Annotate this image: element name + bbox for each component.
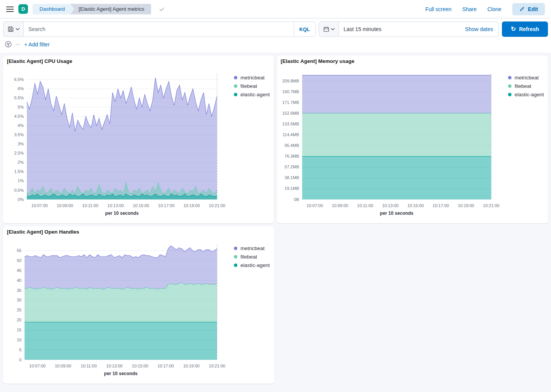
legend-item-metricbeat[interactable]: metricbeat — [234, 245, 270, 251]
legend-dot — [234, 76, 237, 79]
x-tick-label: 10:13:00 — [382, 203, 399, 208]
hamburger-icon — [6, 6, 14, 12]
chart-legend: metricbeatfilebeatelastic-agent — [234, 245, 270, 268]
y-tick-label: 133.5MB — [282, 122, 299, 126]
filter-divider — [16, 44, 20, 45]
x-tick-label: 10:13:00 — [107, 203, 124, 208]
y-tick-label: 20 — [17, 318, 21, 322]
memory-usage-chart[interactable]: 0B19.1MB38.1MB57.2MB76.3MB95.4MB114.4MB1… — [277, 67, 548, 223]
area-metricbeat — [302, 75, 491, 113]
legend-label: metricbeat — [240, 75, 265, 81]
top-header: D Dashboard [Elastic Agent] Agent metric… — [0, 0, 551, 18]
legend-item-filebeat[interactable]: filebeat — [234, 254, 270, 260]
legend-item-filebeat[interactable]: filebeat — [234, 83, 270, 89]
chart-legend: metricbeatfilebeatelastic-agent — [508, 75, 544, 97]
area-filebeat — [302, 113, 491, 156]
x-tick-label: 10:15:00 — [133, 203, 149, 208]
breadcrumb-dashboard[interactable]: Dashboard — [33, 4, 74, 15]
y-tick-label: 38.1MB — [285, 175, 299, 180]
edit-button[interactable]: Edit — [512, 3, 545, 15]
legend-label: filebeat — [240, 254, 257, 260]
y-tick-label: 2.5% — [14, 151, 24, 155]
y-tick-label: 57.2MB — [285, 165, 299, 169]
y-tick-label: 10 — [17, 338, 21, 342]
y-tick-label: 55 — [17, 248, 21, 253]
query-bar: KQL Last 15 minutes Show dates ↻ Refresh — [0, 18, 551, 40]
search-input[interactable] — [24, 22, 294, 36]
legend-dot — [508, 76, 512, 79]
y-tick-label: 0B — [294, 197, 299, 202]
y-tick-label: 171.7MB — [282, 100, 299, 105]
panel-title-cpu-usage[interactable]: [Elastic Agent] CPU Usage — [7, 58, 72, 64]
legend-item-metricbeat[interactable]: metricbeat — [508, 75, 544, 81]
legend-label: metricbeat — [515, 75, 539, 81]
refresh-button[interactable]: ↻ Refresh — [502, 21, 548, 37]
legend-item-elastic-agent[interactable]: elastic-agent — [508, 92, 544, 97]
x-axis-title: per 10 seconds — [105, 211, 139, 216]
y-tick-label: 50 — [17, 258, 21, 263]
time-range-label[interactable]: Last 15 minutes — [339, 26, 382, 32]
y-tick-label: 15 — [17, 328, 21, 332]
y-tick-label: 0.5% — [14, 188, 24, 193]
y-tick-label: 1% — [18, 178, 24, 183]
edit-button-label: Edit — [528, 6, 538, 12]
x-tick-label: 10:15:00 — [407, 203, 424, 208]
filter-icon[interactable] — [5, 41, 12, 48]
x-tick-label: 10:17:00 — [158, 203, 174, 208]
y-tick-label: 19.1MB — [285, 186, 299, 191]
show-dates-link[interactable]: Show dates — [465, 26, 498, 32]
y-tick-label: 4.5% — [14, 114, 24, 119]
y-tick-label: 2% — [18, 160, 24, 165]
saved-query-menu-button[interactable] — [3, 21, 24, 37]
x-tick-label: 10:11:00 — [82, 203, 98, 208]
chevron-down-icon — [16, 28, 20, 31]
legend-dot — [234, 93, 237, 96]
menu-button[interactable] — [6, 6, 14, 12]
x-tick-label: 10:09:00 — [57, 203, 73, 208]
panel-title-memory-usage[interactable]: [Elastic Agent] Memory usage — [281, 58, 354, 64]
dashboard-grid: [Elastic Agent] CPU Usage 0%0.5%1%1.5%2%… — [0, 53, 551, 390]
legend-label: filebeat — [240, 83, 257, 89]
breadcrumb: Dashboard [Elastic Agent] Agent metrics — [33, 4, 151, 15]
memory-usage-panel: [Elastic Agent] Memory usage 0B19.1MB38.… — [277, 56, 548, 223]
legend-item-metricbeat[interactable]: metricbeat — [234, 75, 270, 81]
x-tick-label: 10:21:00 — [483, 203, 500, 208]
legend-item-elastic-agent[interactable]: elastic-agent — [234, 92, 270, 97]
y-tick-label: 5% — [18, 105, 24, 109]
pencil-icon — [519, 6, 525, 12]
x-axis-title: per 10 seconds — [380, 211, 414, 216]
cpu-usage-panel: [Elastic Agent] CPU Usage 0%0.5%1%1.5%2%… — [3, 56, 274, 223]
x-tick-label: 10:19:00 — [183, 203, 200, 208]
area-elastic-agent — [302, 156, 491, 199]
legend-dot — [508, 84, 512, 88]
clone-link[interactable]: Clone — [487, 6, 502, 12]
x-tick-label: 10:07:00 — [31, 203, 48, 208]
date-picker-button[interactable] — [319, 22, 339, 36]
area-metricbeat — [27, 78, 217, 199]
y-tick-label: 35 — [17, 288, 21, 293]
legend-item-filebeat[interactable]: filebeat — [508, 83, 544, 89]
y-tick-label: 3% — [18, 142, 24, 146]
x-tick-label: 10:17:00 — [158, 364, 174, 368]
x-tick-label: 10:09:00 — [55, 364, 71, 368]
add-filter-link[interactable]: + Add filter — [24, 41, 50, 48]
y-tick-label: 4% — [18, 123, 24, 128]
y-tick-label: 0 — [19, 357, 21, 362]
space-avatar[interactable]: D — [18, 4, 28, 14]
kql-button[interactable]: KQL — [294, 22, 315, 36]
share-link[interactable]: Share — [462, 6, 477, 12]
y-tick-label: 25 — [17, 308, 21, 312]
panel-title-open-handles[interactable]: [Elastic Agent] Open Handles — [7, 229, 79, 235]
legend-label: filebeat — [515, 83, 531, 89]
y-tick-label: 45 — [17, 268, 21, 273]
cpu-usage-chart[interactable]: 0%0.5%1%1.5%2%2.5%3%3.5%4%4.5%5%5.5%6%6.… — [3, 67, 274, 223]
chevron-down-icon — [331, 28, 335, 31]
y-tick-label: 209.8MB — [282, 79, 299, 83]
full-screen-link[interactable]: Full screen — [425, 6, 451, 12]
x-tick-label: 10:17:00 — [433, 203, 449, 208]
date-picker: Last 15 minutes Show dates — [319, 21, 499, 37]
legend-item-elastic-agent[interactable]: elastic-agent — [234, 262, 270, 268]
x-tick-label: 10:07:00 — [29, 364, 46, 368]
open-handles-chart[interactable]: 051015202530354045505510:07:0010:09:0010… — [3, 238, 275, 384]
x-tick-label: 10:13:00 — [106, 364, 123, 368]
